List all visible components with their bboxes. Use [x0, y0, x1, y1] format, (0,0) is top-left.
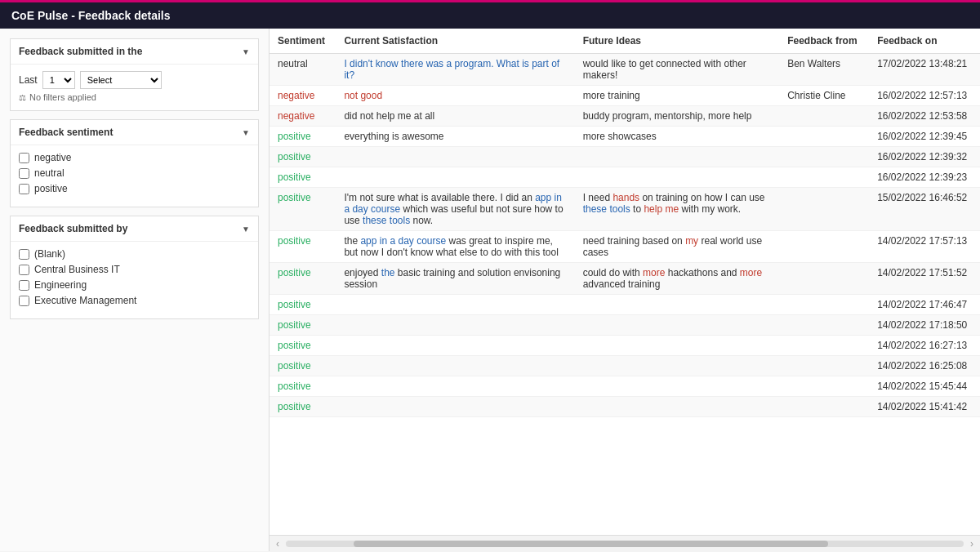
sentiment-negative-label: negative — [34, 152, 71, 163]
cell-satisfaction — [336, 315, 574, 336]
col-feedback-from: Feedback from — [779, 29, 869, 54]
filter-icon: ⚖ — [19, 93, 26, 102]
filter-submitted-in-header[interactable]: Feedback submitted in the ▼ — [11, 39, 258, 64]
filter-submitted-in: Feedback submitted in the ▼ Last 1 Selec… — [10, 38, 259, 111]
last-select[interactable]: 1 — [42, 71, 75, 89]
filter-last-row: Last 1 Select — [19, 71, 250, 89]
cell-satisfaction — [336, 376, 574, 397]
sidebar: Feedback submitted in the ▼ Last 1 Selec… — [0, 29, 270, 551]
cell-future-ideas: more showcases — [575, 127, 780, 147]
cell-feedback-from — [779, 376, 869, 397]
cell-satisfaction: I'm not sure what is available there. I … — [336, 188, 574, 231]
cell-satisfaction: the app in a day course was great to ins… — [336, 231, 574, 263]
cell-future-ideas — [575, 315, 780, 336]
submitted-by-central-checkbox[interactable] — [19, 265, 29, 275]
filter-submitted-by: Feedback submitted by ▼ (Blank) Central … — [10, 216, 259, 319]
cell-sentiment: negative — [270, 106, 336, 127]
filter-sentiment: Feedback sentiment ▼ negative neutral p — [10, 119, 259, 207]
cell-feedback-on: 14/02/2022 15:41:42 — [869, 397, 980, 417]
cell-feedback-on: 16/02/2022 12:39:32 — [869, 147, 980, 167]
cell-feedback-from — [779, 315, 869, 336]
cell-feedback-on: 14/02/2022 17:57:13 — [869, 231, 980, 263]
sentiment-neutral-label: neutral — [34, 167, 65, 179]
table-row: positive16/02/2022 12:39:23 — [270, 167, 980, 188]
table-wrapper: Sentiment Current Satisfaction Future Id… — [270, 29, 980, 535]
cell-feedback-from — [779, 188, 869, 231]
cell-sentiment: positive — [270, 188, 336, 231]
sentiment-negative-option[interactable]: negative — [19, 152, 250, 163]
cell-future-ideas: could do with more hackathons and more a… — [575, 263, 780, 295]
cell-feedback-from — [779, 263, 869, 295]
table-row: positiveI'm not sure what is available t… — [270, 188, 980, 231]
cell-feedback-on: 14/02/2022 16:25:08 — [869, 356, 980, 376]
cell-feedback-from — [779, 231, 869, 263]
scroll-right-arrow[interactable]: › — [970, 538, 973, 550]
cell-satisfaction: I didn't know there was a program. What … — [336, 54, 574, 86]
cell-feedback-from — [779, 295, 869, 315]
table-row: positive16/02/2022 12:39:32 — [270, 147, 980, 167]
table-row: positive14/02/2022 16:25:08 — [270, 356, 980, 376]
sentiment-negative-checkbox[interactable] — [19, 153, 29, 163]
cell-future-ideas — [575, 336, 780, 356]
submitted-by-exec-checkbox[interactable] — [19, 296, 29, 306]
cell-feedback-on: 17/02/2022 13:48:21 — [869, 54, 980, 86]
filter-submitted-by-label: Feedback submitted by — [19, 223, 127, 234]
cell-future-ideas — [575, 376, 780, 397]
cell-feedback-from: Ben Walters — [779, 54, 869, 86]
cell-feedback-on: 14/02/2022 16:27:13 — [869, 336, 980, 356]
cell-future-ideas — [575, 356, 780, 376]
table-row: positiveeverything is awesomemore showca… — [270, 127, 980, 147]
cell-satisfaction — [336, 147, 574, 167]
sentiment-positive-option[interactable]: positive — [19, 183, 250, 194]
scrollbar-thumb[interactable] — [354, 541, 828, 547]
sentiment-neutral-option[interactable]: neutral — [19, 167, 250, 179]
filter-submitted-by-header[interactable]: Feedback submitted by ▼ — [11, 216, 258, 241]
cell-feedback-on: 14/02/2022 17:46:47 — [869, 295, 980, 315]
filter-sentiment-header[interactable]: Feedback sentiment ▼ — [11, 120, 258, 145]
cell-sentiment: positive — [270, 231, 336, 263]
submitted-by-central-option[interactable]: Central Business IT — [19, 264, 250, 275]
scrollbar-track[interactable] — [286, 541, 964, 547]
cell-feedback-from — [779, 147, 869, 167]
col-satisfaction: Current Satisfaction — [336, 29, 574, 54]
cell-feedback-on: 14/02/2022 15:45:44 — [869, 376, 980, 397]
cell-future-ideas — [575, 147, 780, 167]
scroll-left-arrow[interactable]: ‹ — [276, 538, 279, 550]
cell-sentiment: positive — [270, 147, 336, 167]
cell-feedback-from: Christie Cline — [779, 86, 869, 106]
cell-feedback-on: 14/02/2022 17:51:52 — [869, 263, 980, 295]
sentiment-positive-checkbox[interactable] — [19, 184, 29, 194]
cell-satisfaction — [336, 167, 574, 188]
cell-sentiment: positive — [270, 376, 336, 397]
cell-feedback-from — [779, 356, 869, 376]
cell-feedback-from — [779, 397, 869, 417]
horizontal-scrollbar[interactable]: ‹ › — [270, 535, 980, 551]
col-sentiment: Sentiment — [270, 29, 336, 54]
cell-feedback-on: 14/02/2022 17:18:50 — [869, 315, 980, 336]
cell-sentiment: positive — [270, 127, 336, 147]
col-feedback-on: Feedback on — [869, 29, 980, 54]
submitted-by-blank-checkbox[interactable] — [19, 249, 29, 260]
submitted-by-exec-option[interactable]: Executive Management — [19, 295, 250, 306]
filter-sentiment-label: Feedback sentiment — [19, 127, 113, 138]
sentiment-positive-label: positive — [34, 183, 68, 194]
chevron-down-icon-3: ▼ — [242, 225, 250, 234]
cell-future-ideas — [575, 295, 780, 315]
cell-future-ideas: need training based on my real world use… — [575, 231, 780, 263]
sentiment-neutral-checkbox[interactable] — [19, 168, 29, 179]
table-row: positive14/02/2022 16:27:13 — [270, 336, 980, 356]
period-select[interactable]: Select — [80, 71, 162, 89]
submitted-by-blank-option[interactable]: (Blank) — [19, 248, 250, 260]
submitted-by-exec-label: Executive Management — [34, 295, 136, 306]
title-bar: CoE Pulse - Feedback details — [0, 0, 980, 29]
app-title: CoE Pulse - Feedback details — [11, 9, 171, 22]
submitted-by-engineering-checkbox[interactable] — [19, 280, 29, 291]
table-row: positiveenjoyed the basic training and s… — [270, 263, 980, 295]
table-row: negativedid not help me at allbuddy prog… — [270, 106, 980, 127]
cell-satisfaction — [336, 356, 574, 376]
cell-future-ideas: buddy program, mentorship, more help — [575, 106, 780, 127]
submitted-by-engineering-option[interactable]: Engineering — [19, 279, 250, 291]
cell-sentiment: positive — [270, 336, 336, 356]
chevron-down-icon: ▼ — [242, 47, 250, 56]
main-content: Sentiment Current Satisfaction Future Id… — [270, 29, 980, 551]
